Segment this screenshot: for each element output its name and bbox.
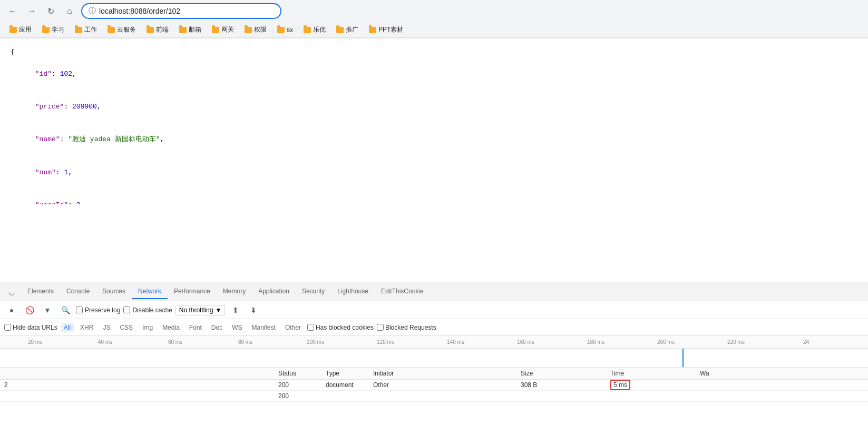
bookmark-apps[interactable]: 应用 <box>5 24 36 35</box>
import-btn[interactable]: ⬆ <box>228 303 243 318</box>
filter-type-media[interactable]: Media <box>159 323 183 332</box>
blocked-requests-label[interactable]: Blocked Requests <box>377 324 436 331</box>
filter-type-doc[interactable]: Doc <box>208 323 226 332</box>
back-button[interactable]: ← <box>5 4 20 18</box>
folder-icon <box>42 27 50 33</box>
tab-console[interactable]: Console <box>60 284 96 299</box>
folder-icon <box>147 27 154 33</box>
preserve-log-checkbox[interactable] <box>76 306 83 313</box>
th-initiator[interactable]: Initiator <box>369 368 516 380</box>
blocked-requests-checkbox[interactable] <box>377 324 384 331</box>
bookmark-ppt[interactable]: PPT素材 <box>365 24 407 35</box>
timeline-label-80: 80 ms <box>210 339 280 345</box>
json-key-num: "num" <box>35 169 56 176</box>
table-row[interactable]: 2 200 document Other 308 B 5 ms <box>0 380 868 391</box>
bookmark-work[interactable]: 工作 <box>71 24 101 35</box>
filter-type-xhr[interactable]: XHR <box>77 323 96 332</box>
bookmark-leyou[interactable]: 乐优 <box>299 24 330 35</box>
bookmark-auth[interactable]: 权限 <box>240 24 271 35</box>
folder-icon <box>245 27 252 33</box>
tab-security[interactable]: Security <box>296 284 331 299</box>
stop-recording-btn[interactable]: ● <box>4 303 19 318</box>
filter-type-js[interactable]: JS <box>100 323 113 332</box>
time-highlight: 5 ms <box>610 380 630 390</box>
filter-type-css[interactable]: CSS <box>116 323 136 332</box>
clear-btn[interactable]: 🚫 <box>22 303 37 318</box>
th-size[interactable]: Size <box>516 368 606 380</box>
has-blocked-cookies-label[interactable]: Has blocked cookies <box>307 324 374 331</box>
address-bar[interactable]: ⓘ localhost:8088/order/102 <box>81 3 281 19</box>
json-value-price: 209900 <box>72 103 97 111</box>
export-btn[interactable]: ⬇ <box>246 303 261 318</box>
filter-type-other[interactable]: Other <box>282 323 304 332</box>
tab-network[interactable]: Network <box>132 284 168 299</box>
timeline-label-220: 220 ms <box>701 339 771 345</box>
json-line-5: "userId": 2, <box>11 189 857 204</box>
disable-cache-label[interactable]: Disable cache <box>123 306 172 314</box>
bookmark-label: 权限 <box>254 25 267 34</box>
throttle-select[interactable]: No throttling ▼ <box>175 305 226 315</box>
preserve-log-text: Preserve log <box>85 306 120 314</box>
filter-type-manifest[interactable]: Manifest <box>249 323 279 332</box>
throttle-value: No throttling <box>179 306 213 314</box>
cell-status: 200 <box>274 380 321 391</box>
requests-table: Status Type Initiator Size Time Wa 2 200… <box>0 368 868 402</box>
json-value-userid: 2 <box>76 201 81 204</box>
tab-application[interactable]: Application <box>252 284 296 299</box>
timeline-label-20: 20 ms <box>0 339 70 345</box>
reload-button[interactable]: ↻ <box>43 4 58 18</box>
timeline-area: 20 ms 40 ms 60 ms 80 ms 100 ms 120 ms 14… <box>0 336 868 368</box>
filter-type-ws[interactable]: WS <box>229 323 245 332</box>
th-waterfall[interactable]: Wa <box>696 368 868 380</box>
filter-type-font[interactable]: Font <box>186 323 205 332</box>
hide-data-urls-label[interactable]: Hide data URLs <box>4 324 57 331</box>
table-row[interactable]: 200 <box>0 391 868 402</box>
tab-elements[interactable]: Elements <box>21 284 60 299</box>
requests-table-container: Status Type Initiator Size Time Wa 2 200… <box>0 368 868 420</box>
home-button[interactable]: ⌂ <box>62 4 77 18</box>
devtools-select-btn[interactable]: ◡ <box>4 284 19 299</box>
tab-memory[interactable]: Memory <box>217 284 252 299</box>
disable-cache-text: Disable cache <box>132 306 172 314</box>
th-time[interactable]: Time <box>606 368 696 380</box>
tab-performance[interactable]: Performance <box>168 284 217 299</box>
bookmark-label: 乐优 <box>313 25 326 34</box>
preserve-log-label[interactable]: Preserve log <box>76 306 120 314</box>
has-blocked-cookies-checkbox[interactable] <box>307 324 314 331</box>
bookmark-gateway[interactable]: 网关 <box>208 24 238 35</box>
tab-lighthouse[interactable]: Lighthouse <box>331 284 375 299</box>
timeline-label-40: 40 ms <box>70 339 140 345</box>
th-name[interactable] <box>0 368 274 380</box>
bookmark-label: 应用 <box>19 25 32 34</box>
json-value-id: 102 <box>60 70 72 78</box>
filter-type-img[interactable]: Img <box>139 323 156 332</box>
cell-size: 308 B <box>516 380 606 391</box>
cell-size <box>516 391 606 402</box>
filter-type-all[interactable]: All <box>61 323 74 332</box>
page-content: { "id": 102, "price": 209900, "name": "雅… <box>0 38 868 204</box>
url-text[interactable]: localhost:8088/order/102 <box>99 7 180 15</box>
timeline-label-160: 160 ms <box>491 339 561 345</box>
bookmark-cloud[interactable]: 云服务 <box>103 24 140 35</box>
search-btn[interactable]: 🔍 <box>58 303 73 318</box>
th-type[interactable]: Type <box>321 368 369 380</box>
tab-editthiscookie[interactable]: EditThisCookie <box>375 284 430 299</box>
bookmark-frontend[interactable]: 前端 <box>142 24 173 35</box>
cell-name <box>0 391 274 402</box>
forward-button[interactable]: → <box>24 4 39 18</box>
th-status[interactable]: Status <box>274 368 321 380</box>
tab-sources[interactable]: Sources <box>96 284 132 299</box>
bookmark-promo[interactable]: 推广 <box>332 24 363 35</box>
filter-bar: Hide data URLs All XHR JS CSS Img Media … <box>0 319 868 336</box>
nav-bar: ← → ↻ ⌂ ⓘ localhost:8088/order/102 <box>0 0 868 22</box>
json-value-name: "雅迪 yadea 新国标电动车" <box>68 135 160 143</box>
bookmark-study[interactable]: 学习 <box>38 24 69 35</box>
json-line-0: { <box>11 47 857 58</box>
filter-btn[interactable]: ▼ <box>40 303 55 318</box>
disable-cache-checkbox[interactable] <box>123 306 130 313</box>
hide-data-urls-checkbox[interactable] <box>4 324 11 331</box>
cell-waterfall <box>696 380 868 391</box>
devtools-toolbar: ● 🚫 ▼ 🔍 Preserve log Disable cache No th… <box>0 301 868 319</box>
bookmark-sx[interactable]: sx <box>273 25 297 35</box>
bookmark-email[interactable]: 邮箱 <box>175 24 206 35</box>
